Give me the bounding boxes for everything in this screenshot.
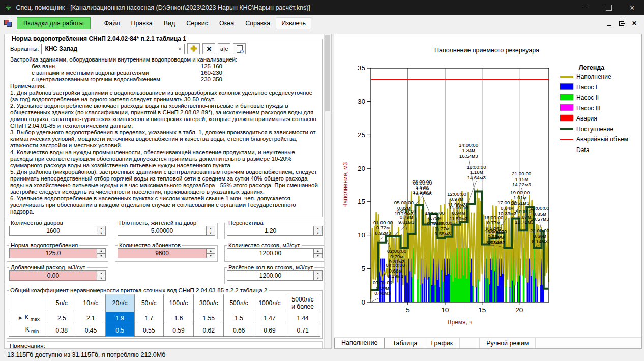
spinner-down-icon[interactable]: ▼	[207, 231, 215, 236]
table-header-cell[interactable]: 20л/с	[105, 294, 134, 312]
svg-text:0.00м: 0.00м	[376, 285, 389, 291]
table-cell[interactable]: 1.47	[254, 312, 285, 324]
table-header-cell[interactable]: 10л/с	[76, 294, 105, 312]
spinner-down-icon[interactable]: ▼	[314, 231, 322, 236]
svg-text:Авария: Авария	[576, 115, 597, 122]
table-row-header[interactable]: ▶K max	[9, 312, 47, 324]
field-input-4[interactable]	[9, 248, 97, 258]
field-input-2[interactable]	[118, 226, 206, 236]
tab-1[interactable]: Наполнение	[334, 338, 385, 348]
spinner-up-icon[interactable]: ▲	[97, 226, 105, 231]
work-tabs-button[interactable]: Вкладки для работы	[17, 17, 91, 29]
spinner-down-icon[interactable]: ▼	[97, 231, 105, 236]
menu-item-6[interactable]: Справка	[240, 17, 276, 29]
spinner-down-icon[interactable]: ▼	[97, 276, 105, 281]
variant-combobox[interactable]: КНС Запад ˅	[41, 44, 185, 54]
table-header-cell[interactable]: 50л/с	[134, 294, 163, 312]
tab-2[interactable]: Таблица	[386, 338, 424, 348]
spinner-up-icon[interactable]: ▲	[97, 249, 105, 254]
menu-item-7[interactable]: Извлечь	[276, 17, 311, 29]
menu-item-4[interactable]: Сервис	[181, 17, 214, 29]
table-cell[interactable]: 0.71	[285, 324, 320, 337]
mdi-close-icon[interactable]: ✕	[632, 20, 637, 27]
window-title: Спец. помощник - [Канализационная насосн…	[16, 4, 310, 11]
table-header-cell[interactable]	[9, 294, 47, 312]
field-label: Расётное кол-во стоков, м3/сут	[227, 264, 314, 270]
field-spinner[interactable]: ▲▼	[97, 226, 106, 236]
table-cell[interactable]: 1.44	[285, 312, 320, 324]
field-spinner[interactable]: ▲▼	[206, 248, 215, 258]
spinner-up-icon[interactable]: ▲	[314, 226, 322, 231]
table-header-cell[interactable]: 500л/с	[224, 294, 254, 312]
spinner-down-icon[interactable]: ▼	[314, 254, 322, 258]
mdi-restore-icon[interactable]	[619, 21, 624, 26]
input-fields: Количество дворов▲▼Плотность, жителей на…	[7, 220, 323, 284]
table-cell[interactable]: 0.5	[105, 324, 134, 337]
building-value: 230-350	[201, 76, 222, 83]
field-spinner[interactable]: ▲▼	[97, 248, 106, 258]
table-cell[interactable]: 0.45	[76, 324, 105, 337]
field-input-3[interactable]	[227, 226, 313, 236]
menu-item-5[interactable]: Окна	[214, 17, 240, 29]
table-cell[interactable]: 0.66	[224, 324, 254, 337]
table-header-cell[interactable]: 5000л/си более	[285, 294, 320, 312]
table-cell[interactable]: 0.59	[163, 324, 193, 337]
preview-button[interactable]	[233, 43, 246, 54]
delete-variant-button[interactable]: ✕	[202, 43, 215, 54]
mdi-child-controls: ✕	[607, 20, 640, 27]
tab-4[interactable]: Ручной режим	[480, 338, 536, 348]
mdi-minimize-icon[interactable]	[607, 25, 611, 26]
table-header-cell[interactable]: 300л/с	[194, 294, 224, 312]
spinner-down-icon[interactable]: ▼	[97, 254, 105, 258]
table-cell[interactable]: 1.6	[163, 312, 193, 324]
tab-3[interactable]: График	[424, 338, 460, 348]
coefficient-table: 5л/с10л/с20л/с50л/с100л/с300л/с500л/с100…	[9, 294, 320, 337]
spinner-down-icon[interactable]: ▼	[207, 254, 215, 258]
menu-item-3[interactable]: Вид	[158, 17, 181, 29]
minimize-button[interactable]	[574, 0, 597, 15]
table-cell[interactable]: 0.62	[194, 324, 224, 337]
table-cell[interactable]: 0.38	[47, 324, 76, 337]
field-row: ▲▼	[118, 226, 215, 236]
table-cell[interactable]: 1.5	[224, 312, 254, 324]
field-input-8[interactable]	[227, 270, 313, 281]
field-spinner[interactable]: ▲▼	[313, 248, 323, 258]
field-input-5[interactable]	[118, 248, 206, 258]
field-input-6[interactable]	[227, 248, 313, 258]
svg-text:19:00:00: 19:00:00	[510, 190, 530, 195]
spinner-up-icon[interactable]: ▲	[314, 249, 322, 254]
menu-item-2[interactable]: Правка	[125, 17, 158, 29]
field-input-7[interactable]	[9, 270, 97, 281]
table-cell[interactable]: 1.7	[134, 312, 163, 324]
spinner-up-icon[interactable]: ▲	[314, 271, 322, 276]
field-input-1[interactable]	[9, 226, 97, 236]
add-variant-button[interactable]: ✚	[187, 43, 200, 54]
field-spinner[interactable]: ▲▼	[97, 270, 106, 281]
scrollbar-thumb[interactable]	[325, 35, 330, 111]
svg-text:8.13м3: 8.13м3	[388, 273, 404, 279]
field-spinner[interactable]: ▲▼	[313, 270, 323, 281]
table-header-cell[interactable]: 5л/с	[47, 294, 76, 312]
rename-variant-button[interactable]: a|e	[218, 43, 230, 54]
menu-item-1[interactable]: Файл	[99, 17, 126, 29]
table-header-cell[interactable]: 1000л/с	[254, 294, 285, 312]
left-panel-scrollbar[interactable]	[324, 34, 331, 348]
table-cell[interactable]: 0.55	[134, 324, 163, 337]
spinner-up-icon[interactable]: ▲	[207, 249, 215, 254]
table-cell[interactable]: 1.55	[194, 312, 224, 324]
field-spinner[interactable]: ▲▼	[206, 226, 215, 236]
building-row: без ванн125-160	[10, 63, 319, 70]
field-spinner[interactable]: ▲▼	[313, 226, 323, 236]
spinner-down-icon[interactable]: ▼	[314, 276, 322, 281]
spinner-up-icon[interactable]: ▲	[97, 271, 105, 276]
table-row-header[interactable]: K min	[9, 324, 47, 337]
table-cell[interactable]: 2.1	[76, 312, 105, 324]
maximize-button[interactable]	[597, 0, 621, 15]
spinner-up-icon[interactable]: ▲	[207, 226, 215, 231]
table-cell[interactable]: 0.69	[254, 324, 285, 337]
table-cell[interactable]: 1.9	[105, 312, 134, 324]
table-header-cell[interactable]: 100л/с	[163, 294, 193, 312]
close-button[interactable]: ✕	[621, 0, 644, 15]
table-cell[interactable]: 2.5	[47, 312, 76, 324]
svg-text:18:00:00: 18:00:00	[487, 229, 507, 234]
